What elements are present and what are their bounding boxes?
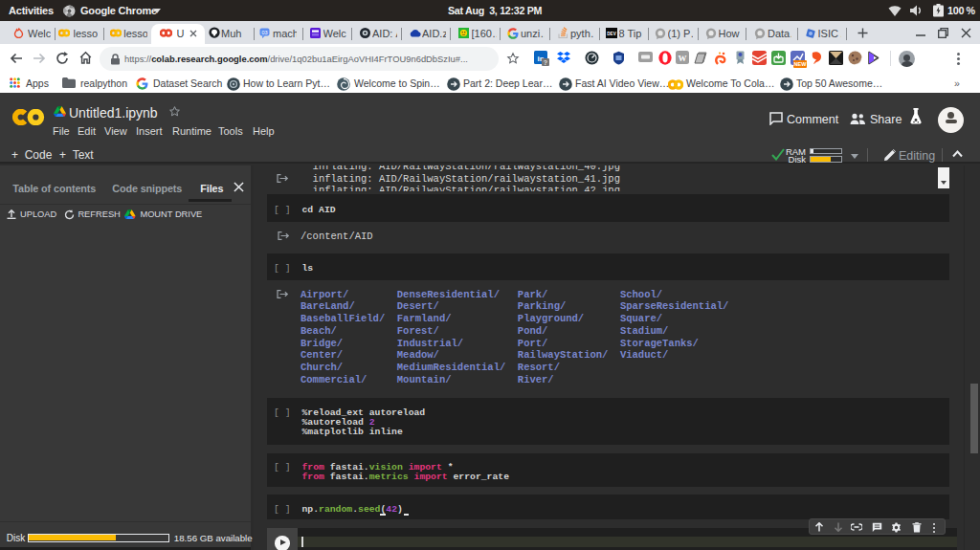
svg-text:DEV: DEV	[607, 32, 616, 36]
svg-text:W: W	[679, 54, 687, 63]
svg-text:NEW: NEW	[794, 61, 807, 67]
svg-text:03: 03	[261, 30, 267, 35]
svg-text:?: ?	[544, 59, 547, 66]
